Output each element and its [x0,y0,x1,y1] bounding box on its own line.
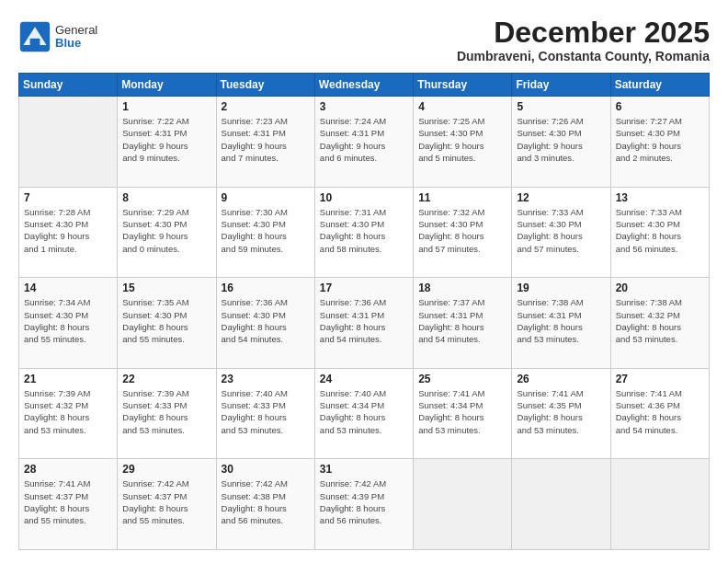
calendar-week-2: 7Sunrise: 7:28 AMSunset: 4:30 PMDaylight… [19,187,710,278]
day-info: Sunrise: 7:40 AMSunset: 4:33 PMDaylight:… [222,387,310,436]
day-number: 12 [517,191,605,204]
calendar-cell [610,459,709,550]
day-number: 13 [616,191,704,204]
day-number: 26 [517,373,605,385]
day-number: 16 [222,282,310,294]
day-number: 18 [418,282,506,294]
day-number: 28 [24,463,112,476]
calendar-week-5: 28Sunrise: 7:41 AMSunset: 4:37 PMDayligh… [19,459,710,550]
calendar-cell: 22Sunrise: 7:39 AMSunset: 4:33 PMDayligh… [118,368,216,459]
day-number: 1 [122,100,210,113]
calendar-cell: 29Sunrise: 7:42 AMSunset: 4:37 PMDayligh… [118,459,216,550]
calendar-cell: 7Sunrise: 7:28 AMSunset: 4:30 PMDaylight… [19,187,118,278]
day-number: 4 [418,100,506,113]
calendar-cell: 9Sunrise: 7:30 AMSunset: 4:30 PMDaylight… [216,187,314,278]
day-number: 7 [24,191,112,204]
calendar-cell: 24Sunrise: 7:40 AMSunset: 4:34 PMDayligh… [314,368,413,459]
calendar-cell: 17Sunrise: 7:36 AMSunset: 4:31 PMDayligh… [314,278,413,369]
day-number: 14 [24,282,112,294]
title-block: December 2025 Dumbraveni, Constanta Coun… [457,17,710,63]
day-info: Sunrise: 7:42 AMSunset: 4:39 PMDaylight:… [320,477,408,526]
day-number: 2 [222,100,310,113]
day-number: 27 [616,373,704,385]
day-info: Sunrise: 7:35 AMSunset: 4:30 PMDaylight:… [122,296,210,345]
calendar-week-4: 21Sunrise: 7:39 AMSunset: 4:32 PMDayligh… [19,368,710,459]
day-info: Sunrise: 7:38 AMSunset: 4:31 PMDaylight:… [517,296,605,345]
day-number: 10 [320,191,408,204]
calendar-week-1: 1Sunrise: 7:22 AMSunset: 4:31 PMDaylight… [19,97,710,188]
day-number: 22 [122,373,210,385]
day-number: 11 [418,191,506,204]
day-info: Sunrise: 7:31 AMSunset: 4:30 PMDaylight:… [320,206,408,255]
calendar-cell: 16Sunrise: 7:36 AMSunset: 4:30 PMDayligh… [216,278,314,369]
day-info: Sunrise: 7:38 AMSunset: 4:32 PMDaylight:… [616,296,704,345]
logo-icon [18,20,51,53]
day-info: Sunrise: 7:39 AMSunset: 4:32 PMDaylight:… [24,387,112,436]
header: General Blue December 2025 Dumbraveni, C… [18,17,710,63]
day-info: Sunrise: 7:41 AMSunset: 4:35 PMDaylight:… [517,387,605,436]
day-number: 24 [320,373,408,385]
day-info: Sunrise: 7:25 AMSunset: 4:30 PMDaylight:… [418,115,506,164]
calendar-cell [19,97,118,188]
day-info: Sunrise: 7:29 AMSunset: 4:30 PMDaylight:… [122,206,210,255]
calendar-cell: 14Sunrise: 7:34 AMSunset: 4:30 PMDayligh… [19,278,118,369]
calendar-cell: 2Sunrise: 7:23 AMSunset: 4:31 PMDaylight… [216,97,314,188]
day-number: 3 [320,100,408,113]
weekday-header-sunday: Sunday [19,74,118,97]
calendar-cell [414,459,512,550]
day-number: 31 [320,463,408,476]
calendar-cell: 6Sunrise: 7:27 AMSunset: 4:30 PMDaylight… [610,97,709,188]
day-number: 23 [222,373,310,385]
calendar-cell: 8Sunrise: 7:29 AMSunset: 4:30 PMDaylight… [118,187,216,278]
calendar-cell: 13Sunrise: 7:33 AMSunset: 4:30 PMDayligh… [610,187,709,278]
weekday-header-saturday: Saturday [610,74,709,97]
day-info: Sunrise: 7:26 AMSunset: 4:30 PMDaylight:… [517,115,605,164]
day-info: Sunrise: 7:24 AMSunset: 4:31 PMDaylight:… [320,115,408,164]
logo-general-label: General [55,24,97,37]
day-number: 5 [517,100,605,113]
calendar-cell: 28Sunrise: 7:41 AMSunset: 4:37 PMDayligh… [19,459,118,550]
day-info: Sunrise: 7:22 AMSunset: 4:31 PMDaylight:… [122,115,210,164]
day-info: Sunrise: 7:30 AMSunset: 4:30 PMDaylight:… [222,206,310,255]
day-info: Sunrise: 7:42 AMSunset: 4:37 PMDaylight:… [122,477,210,526]
weekday-header-friday: Friday [512,74,610,97]
weekday-header-monday: Monday [118,74,216,97]
calendar-cell: 10Sunrise: 7:31 AMSunset: 4:30 PMDayligh… [314,187,413,278]
day-info: Sunrise: 7:27 AMSunset: 4:30 PMDaylight:… [616,115,704,164]
calendar-cell: 26Sunrise: 7:41 AMSunset: 4:35 PMDayligh… [512,368,610,459]
day-info: Sunrise: 7:33 AMSunset: 4:30 PMDaylight:… [517,206,605,255]
calendar-cell: 11Sunrise: 7:32 AMSunset: 4:30 PMDayligh… [414,187,512,278]
day-number: 15 [122,282,210,294]
day-number: 6 [616,100,704,113]
day-info: Sunrise: 7:39 AMSunset: 4:33 PMDaylight:… [122,387,210,436]
calendar-cell: 25Sunrise: 7:41 AMSunset: 4:34 PMDayligh… [414,368,512,459]
day-info: Sunrise: 7:40 AMSunset: 4:34 PMDaylight:… [320,387,408,436]
day-info: Sunrise: 7:34 AMSunset: 4:30 PMDaylight:… [24,296,112,345]
day-info: Sunrise: 7:36 AMSunset: 4:30 PMDaylight:… [222,296,310,345]
day-info: Sunrise: 7:36 AMSunset: 4:31 PMDaylight:… [320,296,408,345]
day-number: 17 [320,282,408,294]
svg-rect-2 [30,39,40,45]
calendar-cell: 18Sunrise: 7:37 AMSunset: 4:31 PMDayligh… [414,278,512,369]
calendar-cell: 15Sunrise: 7:35 AMSunset: 4:30 PMDayligh… [118,278,216,369]
day-number: 30 [222,463,310,476]
day-info: Sunrise: 7:32 AMSunset: 4:30 PMDaylight:… [418,206,506,255]
location: Dumbraveni, Constanta County, Romania [457,49,710,63]
day-number: 25 [418,373,506,385]
weekday-header-row: SundayMondayTuesdayWednesdayThursdayFrid… [19,74,710,97]
calendar-cell: 30Sunrise: 7:42 AMSunset: 4:38 PMDayligh… [216,459,314,550]
day-number: 20 [616,282,704,294]
calendar-cell: 27Sunrise: 7:41 AMSunset: 4:36 PMDayligh… [610,368,709,459]
calendar-cell: 20Sunrise: 7:38 AMSunset: 4:32 PMDayligh… [610,278,709,369]
day-number: 9 [222,191,310,204]
weekday-header-wednesday: Wednesday [314,74,413,97]
calendar-cell: 4Sunrise: 7:25 AMSunset: 4:30 PMDaylight… [414,97,512,188]
calendar-cell: 5Sunrise: 7:26 AMSunset: 4:30 PMDaylight… [512,97,610,188]
day-info: Sunrise: 7:33 AMSunset: 4:30 PMDaylight:… [616,206,704,255]
day-info: Sunrise: 7:42 AMSunset: 4:38 PMDaylight:… [222,477,310,526]
page: General Blue December 2025 Dumbraveni, C… [0,0,728,563]
day-number: 8 [122,191,210,204]
day-info: Sunrise: 7:28 AMSunset: 4:30 PMDaylight:… [24,206,112,255]
month-title: December 2025 [457,17,710,49]
calendar-cell [512,459,610,550]
